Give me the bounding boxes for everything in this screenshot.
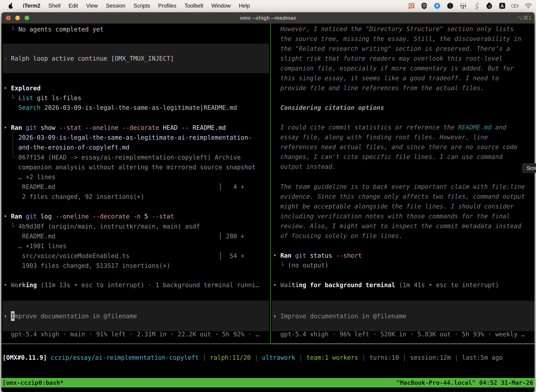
window-shortcut-badge: ⌥⌘1 — [517, 12, 531, 23]
line-show-commit: 067f154 (HEAD -> essay/ai-reimplementati… — [4, 152, 241, 162]
right-heading-citation: Considering citation options — [280, 103, 384, 112]
right-paragraph-1: However, I noticed the "Directory Struct… — [280, 24, 521, 93]
menu-item-shell[interactable]: Shell — [48, 3, 61, 9]
pane-border-inactive — [272, 344, 535, 344]
menu-item-help[interactable]: Help — [239, 3, 250, 9]
a-key-text: A — [501, 4, 504, 8]
menu-item-view[interactable]: View — [86, 3, 98, 9]
tmux-host-clock: "MacBook-Pro-44.local" 04:52 31-Mar-26 — [396, 378, 533, 387]
line-show-summary: 2 files changed, 92 insertions(+) — [4, 192, 144, 202]
iterm-window: omx --xhigh --madmax ⌥⌘1 └ No agents com… — [1, 12, 535, 392]
line-log-more: … +1901 lines — [4, 241, 67, 251]
right-waiting-status: • Waiting for background terminal (1m 41… — [273, 280, 499, 290]
line-log-summary: 1903 files changed, 513517 insertions(+) — [4, 261, 170, 271]
line-log-stat-voice: src/voice/voiceModeEnabled.ts │ 54 + — [4, 251, 244, 261]
line-show-stat-readme: README.md │ 4 + — [4, 182, 244, 192]
line-ralph-loop: › Ralph loop active continue [OMX_TMUX_I… — [4, 54, 174, 63]
line-no-agents: └ No agents completed yet — [4, 24, 104, 34]
menu-item-edit[interactable]: Edit — [69, 3, 78, 9]
right-paragraph-2-line-1: I could cite commit statistics or refere… — [280, 122, 506, 132]
line-log-stat-readme: README.md │ 280 + — [4, 231, 244, 241]
menu-bar-status-icons: ..61 A — [407, 2, 536, 10]
terminal-content: └ No agents completed yet › Ralph loop a… — [1, 23, 535, 392]
left-session-status: gpt-5.4 xhigh · main · 91% left · 2.31M … — [4, 329, 259, 339]
left-prompt-text[interactable]: › Improve documentation in @filename — [4, 311, 137, 321]
line-show-filename-1: 2026-03-09-is-legal-the-same-as-legitima… — [4, 133, 252, 142]
macos-menu-bar: iTerm2 Shell Edit View Session Scripts P… — [0, 0, 536, 12]
menu-item-profiles[interactable]: Profiles — [158, 3, 176, 9]
wifi-icon[interactable] — [524, 2, 532, 10]
tmux-session-label: [omx-cczip0:bash* — [2, 378, 64, 387]
screenshot-notification-chip[interactable]: Scre — [522, 163, 536, 173]
timer-badge-text: ..61 — [487, 5, 491, 8]
line-ran-git-show: • Ran git show --stat --oneline --decora… — [4, 123, 226, 133]
right-prompt-text[interactable]: › Improve documentation in @filename — [273, 311, 407, 321]
menu-bar-left: iTerm2 Shell Edit View Session Scripts P… — [0, 2, 250, 10]
window-title: omx --xhigh --madmax — [1, 12, 535, 23]
pane-border-active — [1, 344, 272, 344]
squiggle-icon[interactable] — [472, 2, 480, 10]
line-show-filename-2: and-the-erosion-of-copyleft.md — [4, 142, 129, 152]
menu-item-session[interactable]: Session — [106, 3, 125, 9]
line-explored: • Explored — [4, 83, 41, 93]
pane-divider[interactable] — [270, 23, 271, 344]
battery-charging-icon[interactable] — [511, 2, 519, 10]
shield-grid-icon[interactable] — [420, 2, 428, 10]
blue-badge-icon[interactable] — [433, 2, 441, 10]
omx-status-line: [OMX#0.11.9] cczip/essay/ai-reimplementa… — [2, 353, 503, 363]
line-show-more: … +2 lines — [4, 172, 55, 182]
line-search: Search 2026-03-09-is-legal-the-same-as-l… — [4, 103, 237, 112]
menu-item-app[interactable]: iTerm2 — [23, 3, 40, 9]
a-key-icon[interactable]: A — [498, 2, 506, 10]
dots-grid-icon[interactable] — [459, 2, 467, 10]
line-show-commit-cont: companion analysis without altering the … — [4, 162, 255, 172]
right-paragraph-2-rest: essay file, along with finding root file… — [280, 132, 517, 172]
menu-item-toolbelt[interactable]: Toolbelt — [184, 3, 203, 9]
line-ran-git-status: • Ran git status --short — [273, 251, 362, 261]
chat-orange-icon[interactable] — [407, 2, 415, 10]
right-paragraph-3: The team guideline is to back every impo… — [280, 182, 525, 241]
apple-menu-icon[interactable] — [7, 2, 15, 10]
left-working-status: • Working (11m 13s • esc to interrupt) ·… — [4, 280, 259, 290]
window-title-bar: omx --xhigh --madmax ⌥⌘1 — [1, 12, 535, 23]
menu-item-scripts[interactable]: Scripts — [134, 3, 150, 9]
line-ran-git-log: • Ran git log --oneline --decorate -n 5 … — [4, 211, 174, 221]
line-log-commit: └ 4b9d30f (origin/main, instructkr/main,… — [4, 221, 200, 231]
dark-disc-icon[interactable] — [446, 2, 454, 10]
menu-item-window[interactable]: Window — [211, 3, 231, 9]
line-no-output: └ (no output) — [273, 260, 329, 270]
right-session-status: gpt-5.4 xhigh · 96% left · 520K in · 5.8… — [273, 329, 525, 339]
screen: iTerm2 Shell Edit View Session Scripts P… — [0, 0, 536, 392]
timer-61-badge[interactable]: ..61 — [485, 2, 493, 10]
line-list-git-ls-files: └ List git ls-files — [4, 93, 81, 103]
tmux-status-bar: [omx-cczip0:bash* "MacBook-Pro-44.local"… — [1, 378, 535, 387]
